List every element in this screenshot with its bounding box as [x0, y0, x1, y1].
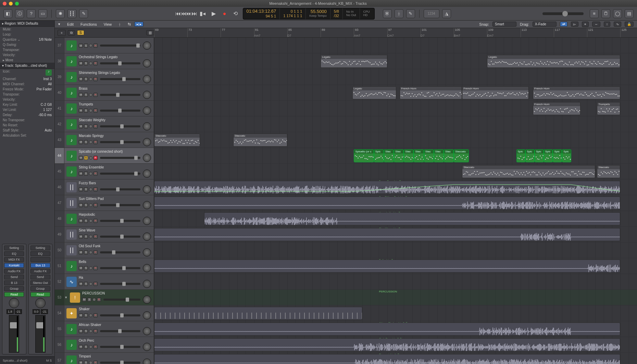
track-name[interactable]: Harpolodic: [79, 213, 152, 216]
lcd-sig-bot[interactable]: /32: [334, 14, 339, 18]
region[interactable]: Stac: [394, 149, 404, 162]
freeze-icon[interactable]: [89, 266, 92, 270]
inspector-row[interactable]: Key Limit:C-2 G8: [0, 102, 54, 107]
track-icon-preview[interactable]: ♪: [46, 70, 52, 76]
mute-button[interactable]: M: [79, 156, 83, 160]
stop-button[interactable]: ▮◂: [198, 9, 207, 18]
track-name[interactable]: Timpani: [79, 354, 152, 358]
track-pan-knob[interactable]: [143, 122, 151, 130]
bar-ruler[interactable]: 6973778185899397101105109113117121125Am7…: [154, 28, 637, 38]
track-icon[interactable]: ⎮⎮: [66, 245, 77, 255]
freeze-icon[interactable]: [89, 140, 92, 144]
freeze-icon[interactable]: [89, 109, 92, 112]
inspector-row[interactable]: Transpose:: [0, 92, 54, 97]
inspector-row[interactable]: Loop:: [0, 32, 54, 37]
track-volume-slider[interactable]: [100, 267, 140, 269]
mute-button[interactable]: M: [79, 43, 83, 48]
solo-button[interactable]: S: [84, 172, 88, 176]
track-volume-slider[interactable]: [103, 299, 140, 301]
track-icon[interactable]: ⎮⎮: [66, 198, 77, 208]
freeze-icon[interactable]: [89, 93, 92, 97]
ruler-bar[interactable]: 113: [521, 28, 527, 37]
freeze-icon[interactable]: [89, 345, 92, 349]
record-enable-button[interactable]: R: [93, 109, 98, 113]
inspector-row[interactable]: Articulation Set:: [0, 133, 54, 138]
edit-menu[interactable]: Edit: [64, 22, 77, 26]
track-name[interactable]: Sine Wave: [79, 228, 152, 232]
region[interactable]: [154, 354, 620, 364]
track-header[interactable]: 42 ♪ Staccato Weighty M S R: [55, 116, 154, 132]
track-volume-slider[interactable]: [100, 283, 140, 285]
mute-button[interactable]: M: [79, 187, 83, 191]
region[interactable]: Stac: [384, 149, 394, 162]
toolbar-button[interactable]: ▭: [38, 9, 47, 18]
region-inspector-header[interactable]: ▸ Region: MIDI Defaults: [0, 21, 54, 27]
inspector-row[interactable]: No Transpose:: [0, 117, 54, 123]
solo-button[interactable]: S: [84, 250, 88, 254]
record-enable-button[interactable]: R: [93, 329, 98, 333]
track-volume-slider[interactable]: [100, 362, 140, 364]
record-enable-button[interactable]: R: [93, 172, 98, 176]
chs2-automation[interactable]: Read: [30, 292, 50, 297]
mute-button[interactable]: M: [79, 140, 83, 144]
inspector-row[interactable]: Freeze Mode:Pre Fader: [0, 87, 54, 92]
solo-button[interactable]: S: [84, 61, 88, 65]
inspector-more[interactable]: ▸ More: [0, 58, 54, 63]
region[interactable]: Legato: [321, 55, 387, 68]
vertical-auto-zoom[interactable]: 🔒: [625, 22, 634, 27]
track-header[interactable]: 50 ⎮⎮ Old Soul Funk M S R: [55, 242, 154, 258]
track-header[interactable]: 48 ♪ Harpolodic M S R: [55, 211, 154, 227]
ruler-bar[interactable]: 89: [321, 28, 325, 37]
solo-button[interactable]: S: [87, 298, 91, 302]
track-header[interactable]: 46 ⎮⎮ Fuzzy Bars M S R: [55, 179, 154, 195]
mute-button[interactable]: M: [79, 77, 83, 81]
track-volume-slider[interactable]: [100, 314, 140, 316]
lcd-sig-top[interactable]: 5/8: [334, 9, 339, 13]
record-enable-button[interactable]: R: [93, 61, 98, 65]
chs2-fader[interactable]: [35, 315, 46, 353]
track-lane[interactable]: [154, 69, 637, 85]
track-header[interactable]: 56 ♪ Orch Perc M S R: [55, 337, 154, 353]
zoom-h[interactable]: ↔: [592, 22, 600, 27]
region[interactable]: Staccato: [154, 134, 200, 147]
low-latency-button[interactable]: ⟊: [395, 9, 403, 18]
track-pan-knob[interactable]: [143, 280, 151, 288]
track-pan-knob[interactable]: [143, 248, 151, 256]
view-menu[interactable]: View: [100, 22, 115, 26]
list-editors-button[interactable]: ≡: [590, 9, 599, 18]
inspector-row[interactable]: Staff Style:Auto: [0, 128, 54, 133]
inspector-row[interactable]: Mute:: [0, 27, 54, 32]
record-enable-button[interactable]: R: [93, 313, 98, 317]
track-pan-knob[interactable]: [143, 138, 151, 146]
smart-controls-button[interactable]: ✺: [56, 9, 65, 18]
inspector-row[interactable]: Quantize ⌄1/8 Note: [0, 37, 54, 42]
solo-button[interactable]: S: [84, 156, 88, 160]
track-header[interactable]: 41 ♪ Trumpets M S R: [55, 101, 154, 116]
inspector-row[interactable]: Vel Limit:1 127: [0, 107, 54, 112]
track-icon[interactable]: ∿: [66, 277, 77, 287]
track-volume-slider[interactable]: [100, 45, 140, 47]
record-enable-button[interactable]: R: [93, 124, 98, 128]
close-icon[interactable]: [3, 2, 7, 5]
arrange-area[interactable]: Legato Legato Legato French Horn French …: [154, 38, 637, 364]
solo-button[interactable]: S: [84, 361, 88, 364]
inspector-row[interactable]: Q-Swing:: [0, 42, 54, 47]
track-icon[interactable]: ♪: [66, 103, 77, 114]
ruler-bar[interactable]: 125: [620, 28, 626, 37]
region[interactable]: Stac: [404, 149, 414, 162]
mute-button[interactable]: M: [79, 124, 83, 128]
solo-button[interactable]: S: [84, 329, 88, 333]
record-enable-button[interactable]: R: [93, 266, 98, 270]
region[interactable]: [154, 181, 620, 194]
solo-button[interactable]: S: [84, 345, 88, 349]
quick-help-button[interactable]: ?: [27, 9, 36, 18]
replace-button[interactable]: ⛨: [383, 9, 392, 18]
lcd-beats-bot[interactable]: 1 174 1 1 1: [283, 14, 302, 18]
solo-button[interactable]: S: [84, 203, 88, 207]
track-name[interactable]: Fuzzy Bars: [79, 181, 152, 185]
region[interactable]: [204, 212, 621, 225]
region[interactable]: Stac: [414, 149, 424, 162]
inspector-button[interactable]: ⓘ: [15, 9, 24, 18]
region[interactable]: Spicatto (or c: [354, 149, 374, 162]
record-enable-button[interactable]: R: [93, 77, 98, 81]
